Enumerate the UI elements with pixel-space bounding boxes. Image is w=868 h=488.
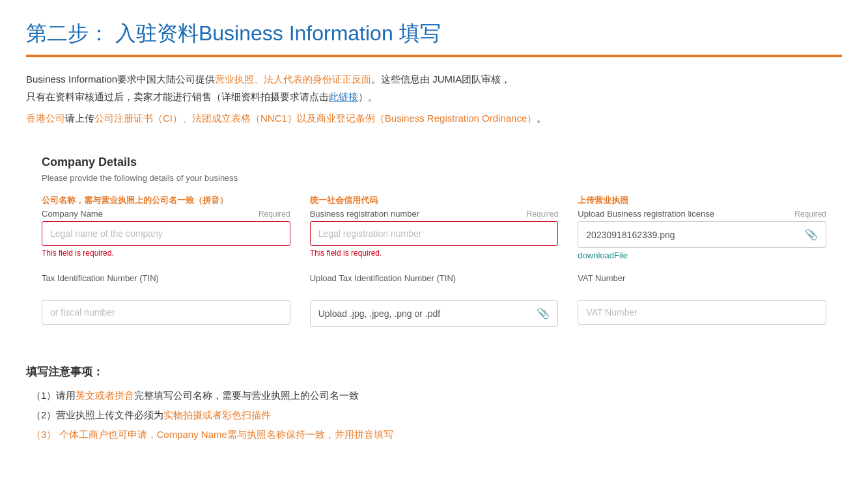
upload-tin-label: Upload Tax Identification Number (TIN) <box>310 273 456 283</box>
upload-tin-input[interactable]: Upload .jpg, .jpeg, .png or .pdf 📎 <box>310 300 559 327</box>
upload-license-filename: 20230918162339.png <box>586 230 675 240</box>
notes-section: 填写注意事项： （1）请用英文或者拼音完整填写公司名称，需要与营业执照上的公司名… <box>26 364 842 444</box>
intro-line1-prefix: Business Information要求中国大陆公司提供 <box>26 74 215 85</box>
intro-line2-suffix: ）。 <box>358 91 378 102</box>
upload-license-field: 上传营业执照 Upload Business registration lice… <box>578 195 826 260</box>
upload-license-input[interactable]: 20230918162339.png 📎 <box>578 221 826 248</box>
upload-tin-field: Upload Tax Identification Number (TIN) U… <box>310 273 559 327</box>
registration-required: Required <box>527 210 559 219</box>
note-item-2: （2）营业执照上传文件必须为实物拍摄或者彩色扫描件 <box>31 405 842 425</box>
note1-orange: 英文或者拼音 <box>76 390 134 401</box>
note-item-3: （3） 个体工商户也可申请，Company Name需与执照名称保持一致，并用拼… <box>31 425 842 444</box>
note-item-1: （1）请用英文或者拼音完整填写公司名称，需要与营业执照上的公司名一致 <box>31 386 842 405</box>
registration-number-input[interactable] <box>310 221 559 246</box>
upload-license-chinese-label-row: 上传营业执照 <box>578 195 826 206</box>
vat-input[interactable] <box>578 300 826 325</box>
intro-line3-end: 。 <box>537 113 546 124</box>
intro-line2: 只有在资料审核通过后，卖家才能进行销售（详细资料拍摄要求请点击 <box>26 91 329 102</box>
registration-en-label-row: Business registration number Required <box>310 209 559 219</box>
upload-license-en-label-row: Upload Business registration license Req… <box>578 209 826 219</box>
intro-hk-body: 公司注册证书（CI）、法团成立表格（NNC1）以及商业登记条例（Business… <box>94 113 537 124</box>
intro-line3-block: 香港公司请上传公司注册证书（CI）、法团成立表格（NNC1）以及商业登记条例（B… <box>26 109 842 127</box>
registration-chinese-label: 统一社会信用代码 <box>310 195 378 206</box>
upload-tin-label-row: Upload Tax Identification Number (TIN) <box>310 273 559 283</box>
page-title: 第二步： 入驻资料Business Information 填写 <box>26 20 842 48</box>
registration-label: Business registration number <box>310 209 419 219</box>
orange-divider <box>26 55 842 57</box>
tin-label: Tax Identification Number (TIN) <box>42 273 159 283</box>
upload-license-label: Upload Business registration license <box>578 209 714 219</box>
paperclip-icon-tin: 📎 <box>537 307 550 319</box>
registration-number-field: 统一社会信用代码 Business registration number Re… <box>310 195 559 260</box>
company-details-section: Company Details Please provide the follo… <box>26 142 842 346</box>
company-name-label-row: 公司名称，需与营业执照上的公司名一致（拼音） <box>42 195 290 206</box>
download-file-link[interactable]: downloadFile <box>578 251 826 260</box>
vat-field: VAT Number <box>578 273 826 327</box>
tin-label-row: Tax Identification Number (TIN) <box>42 273 290 283</box>
intro-line3-mid: 请上传 <box>65 113 94 124</box>
intro-orange1: 营业执照、法人代表的身份证正反面 <box>215 74 371 85</box>
company-name-en-label-row: Company Name Required <box>42 209 290 219</box>
registration-chinese-label-row: 统一社会信用代码 <box>310 195 559 206</box>
note1-prefix: （1）请用 <box>31 390 76 401</box>
intro-block: Business Information要求中国大陆公司提供营业执照、法人代表的… <box>26 70 842 105</box>
company-name-error: This field is required. <box>42 249 290 258</box>
company-name-label: Company Name <box>42 209 103 219</box>
paperclip-icon: 📎 <box>805 228 818 241</box>
notes-title: 填写注意事项： <box>26 364 842 379</box>
company-name-field: 公司名称，需与营业执照上的公司名一致（拼音） Company Name Requ… <box>42 195 290 260</box>
note2-orange: 实物拍摄或者彩色扫描件 <box>163 409 271 420</box>
company-details-title: Company Details <box>42 156 826 169</box>
note1-suffix: 完整填写公司名称，需要与营业执照上的公司名一致 <box>134 390 359 401</box>
company-name-chinese-label: 公司名称，需与营业执照上的公司名一致（拼音） <box>42 195 228 206</box>
upload-tin-placeholder: Upload .jpg, .jpeg, .png or .pdf <box>318 308 441 319</box>
vat-label: VAT Number <box>578 273 625 283</box>
upload-license-chinese-label: 上传营业执照 <box>578 195 628 206</box>
upload-license-required: Required <box>794 210 826 219</box>
vat-label-row: VAT Number <box>578 273 826 283</box>
company-name-required: Required <box>259 210 290 219</box>
intro-hk-prefix: 香港公司 <box>26 113 65 124</box>
intro-line1-suffix: 。这些信息由 JUMIA团队审核， <box>371 74 511 85</box>
section-subtitle: Please provide the following details of … <box>42 173 826 183</box>
registration-error: This field is required. <box>310 249 559 258</box>
tin-input[interactable] <box>42 300 290 325</box>
this-link[interactable]: 此链接 <box>329 91 358 102</box>
tin-field: Tax Identification Number (TIN) <box>42 273 290 327</box>
company-name-input[interactable] <box>42 221 290 246</box>
form-grid: 公司名称，需与营业执照上的公司名一致（拼音） Company Name Requ… <box>42 195 826 327</box>
note2-prefix: （2）营业执照上传文件必须为 <box>31 409 163 420</box>
